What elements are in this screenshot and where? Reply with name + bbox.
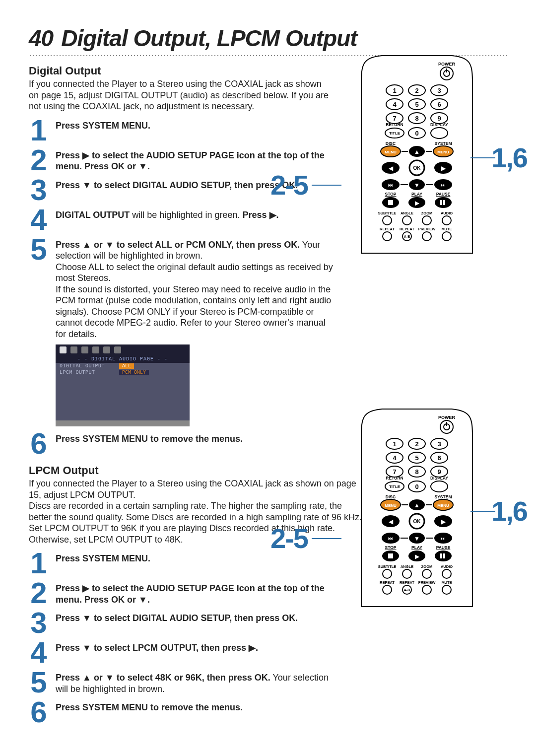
step-number-4: 4: [29, 639, 49, 666]
step-number-1: 1: [29, 550, 49, 577]
step-text-6: Press SYSTEM MENU to remove the menus.: [56, 432, 243, 445]
step-number-3: 3: [29, 177, 49, 204]
down-triangle-icon: ▼: [82, 642, 91, 654]
step-number-5: 5: [29, 236, 49, 263]
step-text-5: Press ▲ or ▼ to select 48K or 96K, then …: [56, 671, 334, 694]
down-triangle-icon: ▼: [105, 239, 114, 251]
callout-line: [470, 511, 495, 512]
osd-icon: [70, 346, 77, 353]
callout-steps-2-5: 2-5: [270, 522, 308, 554]
page-title: Digital Output, LPCM Output: [61, 25, 357, 52]
down-triangle-icon: ▼: [82, 180, 91, 191]
page-number: 40: [29, 25, 53, 52]
step-text-2: Press ▶ to select the AUDIO SETUP PAGE i…: [56, 582, 334, 605]
callout-line: [312, 185, 341, 186]
step-text-4: Press ▼ to select LPCM OUTPUT, then pres…: [56, 641, 258, 654]
step-number-2: 2: [29, 580, 49, 607]
right-triangle-icon: ▶: [249, 642, 256, 654]
osd-row-label: LPCM OUTPUT: [60, 370, 119, 375]
osd-footer: [56, 420, 190, 426]
step-text-1: Press SYSTEM MENU.: [56, 119, 150, 132]
osd-icon: [103, 346, 110, 353]
down-triangle-icon: ▼: [138, 161, 147, 172]
osd-row-label: DIGITAL OUTPUT: [60, 363, 119, 369]
down-triangle-icon: ▼: [82, 613, 91, 624]
step-number-2: 2: [29, 147, 49, 174]
down-triangle-icon: ▼: [138, 594, 147, 606]
step-number-1: 1: [29, 117, 49, 144]
remote-illustration-top: 2-5 1,6 POWER 1 2 3 4 5 6 7 8 9 0: [313, 55, 521, 258]
osd-icon: [114, 346, 121, 353]
step-text-3: Press ▼ to select DIGITAL AUDIO SETUP, t…: [56, 179, 298, 191]
osd-icon: [60, 346, 67, 353]
right-triangle-icon: ▶: [82, 583, 89, 594]
on-screen-display-mock: - - DIGITAL AUDIO PAGE - - DIGITAL OUTPU…: [56, 344, 190, 426]
callout-line: [470, 157, 495, 158]
remote-svg: POWER 1 2 3 4 5 6 7 8 9 0 RETURN DISPLAY…: [352, 55, 481, 258]
osd-title-band: - - DIGITAL AUDIO PAGE - -: [56, 355, 190, 363]
down-triangle-icon: ▼: [105, 672, 114, 684]
step-text-6: Press SYSTEM MENU to remove the menus.: [56, 701, 243, 713]
right-triangle-icon: ▶: [269, 209, 276, 221]
osd-row-value: PCM ONLY: [119, 370, 149, 375]
up-triangle-icon: ▲: [82, 672, 91, 684]
remote-svg: [352, 408, 481, 612]
osd-icon: [92, 346, 99, 353]
step-text-5: Press ▲ or ▼ to select ALL or PCM ONLY, …: [56, 238, 334, 340]
step-number-6: 6: [29, 699, 49, 726]
step-number-3: 3: [29, 610, 49, 636]
osd-icon: [81, 346, 88, 353]
remote-illustration-bottom: 2-5 1,6: [313, 408, 521, 612]
step-text-3: Press ▼ to select DIGITAL AUDIO SETUP, t…: [56, 612, 298, 624]
intro-digital-output: If you connected the Player to a Stereo …: [29, 78, 329, 112]
step-number-5: 5: [29, 669, 49, 696]
step-text-1: Press SYSTEM MENU.: [56, 552, 150, 564]
step-text-4: DIGITAL OUTPUT will be highlighted in gr…: [56, 208, 279, 221]
step-number-6: 6: [29, 430, 49, 457]
osd-row-value: ALL: [119, 363, 134, 369]
callout-steps-1-6: 1,6: [491, 495, 527, 527]
step-number-4: 4: [29, 206, 49, 233]
up-triangle-icon: ▲: [82, 239, 91, 251]
callout-steps-1-6: 1,6: [491, 141, 527, 174]
callout-steps-2-5: 2-5: [270, 169, 308, 201]
right-triangle-icon: ▶: [82, 150, 89, 161]
callout-line: [312, 538, 341, 539]
